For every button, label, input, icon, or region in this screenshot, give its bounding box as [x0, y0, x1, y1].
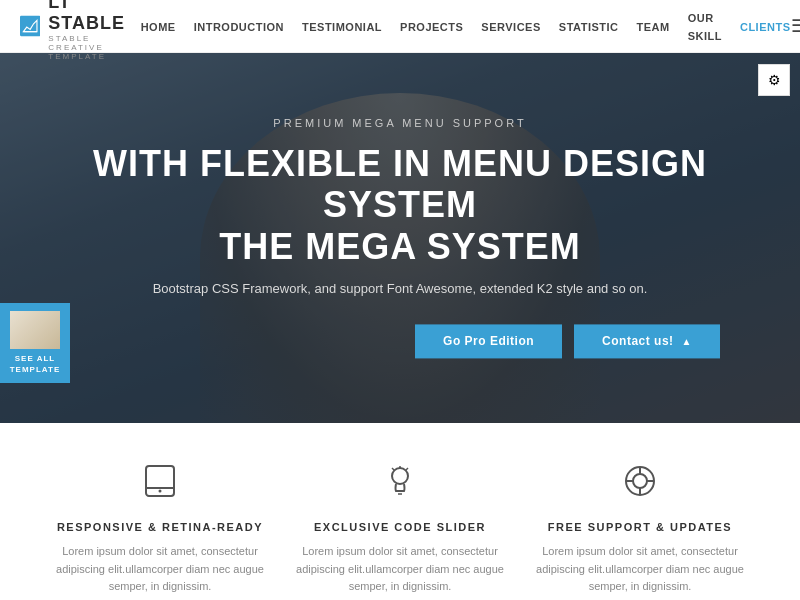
hero-description: Bootstrap CSS Framework, and support Fon… — [50, 282, 750, 297]
badge-label: SEE ALL TEMPLATE — [6, 353, 64, 375]
feature-support-title: FREE SUPPORT & UPDATES — [548, 521, 732, 533]
chevron-up-icon: ▲ — [682, 336, 692, 347]
feature-responsive-desc: Lorem ipsum dolor sit amet, consectetur … — [50, 543, 270, 596]
see-all-templates-badge[interactable]: SEE ALL TEMPLATE — [0, 303, 70, 383]
go-pro-button[interactable]: Go Pro Edition — [415, 325, 562, 359]
badge-image — [10, 311, 60, 349]
hero-buttons: Go Pro Edition Contact us! ▲ — [50, 325, 750, 359]
svg-line-10 — [406, 468, 408, 470]
feature-support: FREE SUPPORT & UPDATES Lorem ipsum dolor… — [530, 463, 750, 596]
feature-support-desc: Lorem ipsum dolor sit amet, consectetur … — [530, 543, 750, 596]
nav-statistic[interactable]: STATISTIC — [559, 17, 619, 35]
hero-title: WITH FLEXIBLE IN MENU DESIGN SYSTEM THE … — [50, 143, 750, 267]
nav-services[interactable]: SERVICES — [481, 17, 540, 35]
feature-slider: EXCLUSIVE CODE SLIDER Lorem ipsum dolor … — [290, 463, 510, 596]
nav-projects[interactable]: PROJECTS — [400, 17, 463, 35]
features-section: RESPONSIVE & RETINA-READY Lorem ipsum do… — [0, 423, 800, 600]
svg-point-13 — [633, 474, 647, 488]
contact-button[interactable]: Contact us! ▲ — [574, 325, 720, 359]
gear-button[interactable]: ⚙ — [758, 64, 790, 96]
feature-slider-title: EXCLUSIVE CODE SLIDER — [314, 521, 486, 533]
logo-sub-text: STABLE CREATIVE TEMPLATE — [48, 34, 140, 61]
logo[interactable]: LT STABLE STABLE CREATIVE TEMPLATE — [20, 0, 141, 61]
svg-point-4 — [159, 490, 162, 493]
nav-team[interactable]: TEAM — [637, 17, 670, 35]
logo-icon — [20, 8, 40, 44]
bulb-icon — [382, 463, 418, 507]
hero-subtitle: PREMIUM MEGA MENU SUPPORT — [50, 117, 750, 129]
hero-section: PREMIUM MEGA MENU SUPPORT WITH FLEXIBLE … — [0, 53, 800, 423]
nav-links: HOME INTRODUCTION TESTIMONIAL PROJECTS S… — [141, 8, 791, 44]
nav-clients[interactable]: CLIENTS — [740, 17, 791, 35]
lifering-icon — [622, 463, 658, 507]
nav-testimonial[interactable]: TESTIMONIAL — [302, 17, 382, 35]
contact-button-label: Contact us! — [602, 335, 674, 349]
hero-title-line1: WITH FLEXIBLE IN MENU DESIGN SYSTEM — [93, 143, 707, 225]
tablet-icon — [142, 463, 178, 507]
hero-title-line2: THE MEGA SYSTEM — [219, 226, 581, 267]
feature-responsive: RESPONSIVE & RETINA-READY Lorem ipsum do… — [50, 463, 270, 596]
logo-main-text: LT STABLE — [48, 0, 140, 34]
nav-ourskill[interactable]: OUR SKILL — [688, 8, 722, 44]
svg-line-11 — [392, 468, 394, 470]
nav-home[interactable]: HOME — [141, 17, 176, 35]
gear-icon: ⚙ — [768, 72, 781, 88]
hero-content: PREMIUM MEGA MENU SUPPORT WITH FLEXIBLE … — [50, 117, 750, 358]
feature-responsive-title: RESPONSIVE & RETINA-READY — [57, 521, 263, 533]
navbar: LT STABLE STABLE CREATIVE TEMPLATE HOME … — [0, 0, 800, 53]
logo-text: LT STABLE STABLE CREATIVE TEMPLATE — [48, 0, 140, 61]
hamburger-icon[interactable]: ☰ — [791, 15, 800, 37]
nav-introduction[interactable]: INTRODUCTION — [194, 17, 284, 35]
svg-point-6 — [392, 468, 408, 484]
feature-slider-desc: Lorem ipsum dolor sit amet, consectetur … — [290, 543, 510, 596]
